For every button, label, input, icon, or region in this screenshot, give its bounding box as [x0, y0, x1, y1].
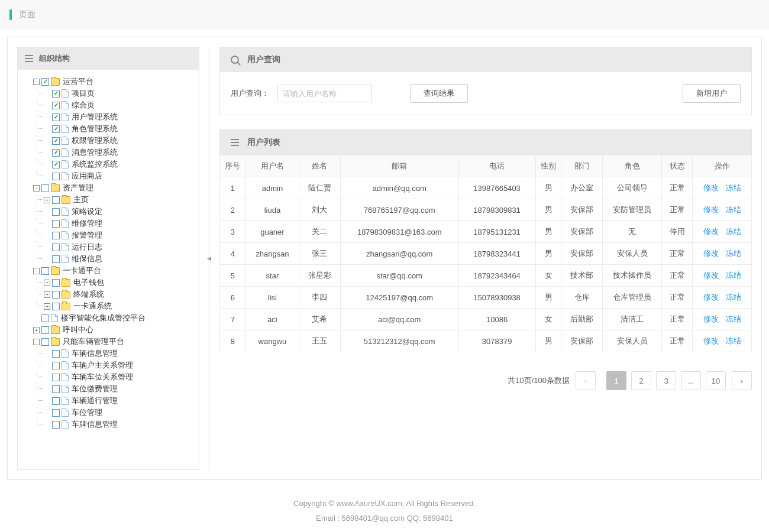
tree-checkbox[interactable]	[52, 279, 60, 287]
tree-checkbox[interactable]	[52, 161, 60, 168]
tree-toggle[interactable]: +	[33, 327, 40, 333]
edit-link[interactable]: 修改	[703, 293, 719, 301]
tree-node[interactable]: 运行日志	[44, 241, 194, 253]
tree-checkbox[interactable]	[52, 244, 60, 251]
tree-node[interactable]: 策略设定	[44, 206, 194, 218]
tree-checkbox[interactable]	[52, 125, 60, 133]
sidebar-divider[interactable]	[208, 47, 211, 470]
tree-checkbox[interactable]	[52, 232, 60, 239]
tree-node[interactable]: -只能车辆管理平台	[33, 336, 194, 348]
tree-checkbox[interactable]	[52, 385, 60, 393]
tree-node[interactable]: +主页	[44, 194, 194, 206]
tree-node[interactable]: 系统监控系统	[44, 158, 194, 170]
tree-checkbox[interactable]	[52, 208, 60, 216]
tree-node[interactable]: 角色管理系统	[44, 123, 194, 135]
tree-node[interactable]: 车辆信息管理	[44, 348, 194, 359]
edit-link[interactable]: 修改	[703, 249, 719, 258]
tree-node[interactable]: +呼叫中心	[33, 324, 194, 336]
tree-node[interactable]: 楼宇智能化集成管控平台	[33, 312, 194, 324]
tree-node[interactable]: 应用商店	[44, 170, 194, 182]
tree-checkbox[interactable]	[41, 314, 49, 322]
tree-node[interactable]: 车辆车位关系管理	[44, 371, 194, 383]
page-10[interactable]: 10	[706, 371, 726, 390]
search-button[interactable]: 查询结果	[410, 84, 468, 103]
tree-node[interactable]: +一卡通系统	[44, 300, 194, 312]
query-input[interactable]	[277, 85, 372, 102]
tree-toggle[interactable]: +	[44, 280, 50, 286]
tree-node[interactable]: -资产管理	[33, 182, 194, 194]
tree-checkbox[interactable]	[41, 338, 49, 346]
tree-node[interactable]: 车位缴费管理	[44, 383, 194, 395]
tree-toggle[interactable]: -	[33, 79, 40, 85]
edit-link[interactable]: 修改	[703, 336, 719, 345]
tree-node[interactable]: +终端系统	[44, 288, 194, 300]
tree-node[interactable]: 维保信息	[44, 253, 194, 265]
org-tree[interactable]: -运营平台项目页综合页用户管理系统角色管理系统权限管理系统消息管理系统系统监控系…	[18, 70, 199, 469]
tree-toggle[interactable]: -	[33, 339, 40, 345]
tree-node[interactable]: 报警管理	[44, 229, 194, 241]
freeze-link[interactable]: 冻结	[726, 227, 741, 236]
tree-node[interactable]: -一卡通平台	[33, 265, 194, 277]
pager-prev[interactable]: ‹	[576, 371, 596, 390]
tree-node[interactable]: +电子钱包	[44, 277, 194, 288]
tree-node[interactable]: 车辆通行管理	[44, 395, 194, 407]
freeze-link[interactable]: 冻结	[726, 249, 741, 258]
tree-node[interactable]: 综合页	[44, 99, 194, 111]
tree-checkbox[interactable]	[52, 102, 60, 109]
freeze-link[interactable]: 冻结	[726, 336, 741, 345]
freeze-link[interactable]: 冻结	[726, 205, 741, 214]
tree-node[interactable]: 项目页	[44, 87, 194, 99]
freeze-link[interactable]: 冻结	[726, 314, 741, 323]
tree-checkbox[interactable]	[52, 303, 60, 310]
tree-checkbox[interactable]	[52, 90, 60, 98]
tree-node[interactable]: 车辆户主关系管理	[44, 359, 194, 371]
tree-toggle[interactable]: -	[33, 268, 40, 274]
tree-node[interactable]: 消息管理系统	[44, 147, 194, 158]
tree-node[interactable]: 车位管理	[44, 407, 194, 419]
tree-checkbox[interactable]	[52, 291, 60, 299]
tree-checkbox[interactable]	[52, 220, 60, 228]
tree-checkbox[interactable]	[52, 137, 60, 145]
tree-checkbox[interactable]	[52, 409, 60, 417]
edit-link[interactable]: 修改	[703, 314, 719, 323]
tree-checkbox[interactable]	[52, 350, 60, 358]
tree-checkbox[interactable]	[41, 326, 49, 334]
tree-node[interactable]: 维修管理	[44, 218, 194, 229]
tree-node[interactable]: 权限管理系统	[44, 135, 194, 147]
add-user-button[interactable]: 新增用户	[683, 84, 741, 103]
tree-checkbox[interactable]	[52, 149, 60, 157]
tree-node[interactable]: -运营平台	[33, 76, 194, 87]
freeze-link[interactable]: 冻结	[726, 293, 741, 301]
tree-checkbox[interactable]	[52, 421, 60, 429]
tree-checkbox[interactable]	[52, 397, 60, 405]
page-2[interactable]: 2	[631, 371, 651, 390]
edit-link[interactable]: 修改	[703, 205, 719, 214]
cell-stat: 正常	[662, 330, 693, 352]
tree-toggle[interactable]: +	[44, 303, 50, 310]
page-...[interactable]: ...	[681, 371, 701, 390]
freeze-link[interactable]: 冻结	[726, 183, 741, 192]
tree-toggle[interactable]: -	[33, 185, 40, 192]
tree-toggle[interactable]: +	[44, 291, 50, 298]
tree-checkbox[interactable]	[41, 267, 49, 275]
tree-toggle[interactable]: +	[44, 197, 50, 203]
tree-checkbox[interactable]	[52, 374, 60, 381]
pager-next[interactable]: ›	[732, 371, 752, 390]
table-row: 8wangwu王五513212312@qq.com3078379男安保部安保人员…	[220, 330, 752, 352]
edit-link[interactable]: 修改	[703, 183, 719, 192]
edit-link[interactable]: 修改	[703, 227, 719, 236]
tree-checkbox[interactable]	[52, 362, 60, 369]
tree-checkbox[interactable]	[52, 173, 60, 180]
freeze-link[interactable]: 冻结	[726, 271, 741, 280]
tree-node[interactable]: 用户管理系统	[44, 111, 194, 123]
tree-checkbox[interactable]	[52, 255, 60, 263]
edit-link[interactable]: 修改	[703, 271, 719, 280]
tree-checkbox[interactable]	[41, 184, 49, 192]
page-3[interactable]: 3	[656, 371, 676, 390]
tree-node[interactable]: 车牌信息管理	[44, 419, 194, 430]
tree-checkbox[interactable]	[52, 196, 60, 204]
tree-checkbox[interactable]	[52, 113, 60, 121]
tree-checkbox[interactable]	[41, 78, 49, 86]
page-1[interactable]: 1	[606, 371, 626, 390]
tree-label: 应用商店	[70, 171, 104, 181]
